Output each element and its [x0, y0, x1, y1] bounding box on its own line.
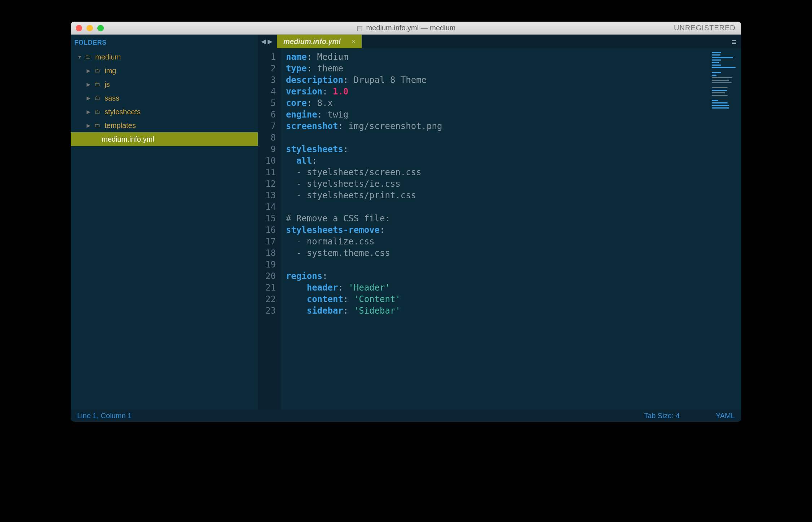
folder-icon: 🗀 [94, 81, 102, 88]
code-line [286, 132, 709, 143]
titlebar: ▤ medium.info.yml — medium UNREGISTERED [71, 22, 741, 35]
tab-bar: ◀ ▶ medium.info.yml × ≡ [258, 35, 741, 48]
line-number: 11 [265, 167, 276, 178]
line-gutter: 1234567891011121314151617181920212223 [258, 48, 281, 410]
close-icon[interactable]: × [352, 38, 356, 45]
line-number: 23 [265, 305, 276, 317]
window-title-text: medium.info.yml — medium [366, 24, 456, 32]
line-number: 10 [265, 155, 276, 167]
folder-icon: 🗀 [94, 95, 102, 101]
line-number: 5 [265, 97, 276, 109]
line-number: 1 [265, 51, 276, 63]
tree-label: js [105, 80, 110, 89]
code-line: header: 'Header' [286, 282, 709, 293]
code-line: regions: [286, 270, 709, 282]
code-line: sidebar: 'Sidebar' [286, 305, 709, 317]
code-line: - styelsheets/ie.css [286, 178, 709, 190]
code-line [286, 259, 709, 270]
chevron-right-icon: ▶ [87, 109, 92, 115]
chevron-right-icon: ▶ [87, 95, 92, 101]
line-number: 19 [265, 259, 276, 270]
folder-tree: ▼ 🗀 medium ▶🗀img▶🗀js▶🗀sass▶🗀stylesheets▶… [71, 50, 258, 146]
tree-file-selected[interactable]: medium.info.yml [71, 132, 258, 146]
tree-label: templates [105, 121, 136, 130]
tree-folder[interactable]: ▶🗀stylesheets [71, 105, 258, 119]
code-line: - styelsheets/screen.css [286, 167, 709, 178]
tab-size-indicator[interactable]: Tab Size: 4 [644, 412, 680, 420]
chevron-right-icon: ▶ [87, 81, 92, 87]
line-number: 17 [265, 236, 276, 247]
status-bar: Line 1, Column 1 Tab Size: 4 YAML [71, 410, 741, 422]
line-number: 12 [265, 178, 276, 190]
code-line: stylesheets-remove: [286, 224, 709, 236]
zoom-window-button[interactable] [97, 25, 104, 31]
tree-folder[interactable]: ▶🗀js [71, 78, 258, 91]
unregistered-label: UNREGISTERED [674, 24, 736, 32]
line-number: 16 [265, 224, 276, 236]
tree-label: medium [95, 53, 121, 61]
line-number: 13 [265, 190, 276, 201]
line-number: 14 [265, 201, 276, 213]
tab-label: medium.info.yml [283, 37, 341, 46]
folders-header: FOLDERS [71, 35, 258, 50]
syntax-indicator[interactable]: YAML [716, 412, 735, 420]
window-controls [76, 25, 104, 31]
line-number: 2 [265, 63, 276, 74]
minimize-window-button[interactable] [87, 25, 93, 31]
tab-history-nav: ◀ ▶ [258, 35, 277, 48]
line-number: 20 [265, 270, 276, 282]
folder-icon: 🗀 [94, 67, 102, 74]
editor-area[interactable]: 1234567891011121314151617181920212223 na… [258, 48, 741, 410]
line-number: 3 [265, 74, 276, 86]
tree-folder[interactable]: ▶🗀img [71, 64, 258, 78]
code-content[interactable]: name: Mediumtype: themedescription: Drup… [281, 48, 709, 410]
code-line: core: 8.x [286, 97, 709, 109]
code-line: stylesheets: [286, 143, 709, 155]
line-number: 9 [265, 143, 276, 155]
line-number: 18 [265, 247, 276, 259]
line-number: 8 [265, 132, 276, 143]
menu-icon[interactable]: ≡ [732, 37, 736, 47]
tree-label: medium.info.yml [102, 135, 154, 143]
code-line: # Remove a CSS file: [286, 213, 709, 224]
sidebar: FOLDERS ▼ 🗀 medium ▶🗀img▶🗀js▶🗀sass▶🗀styl… [71, 35, 258, 410]
line-number: 4 [265, 86, 276, 97]
folder-icon: 🗀 [94, 109, 102, 115]
tree-label: stylesheets [105, 108, 141, 116]
tree-label: img [105, 67, 116, 75]
document-icon: ▤ [357, 24, 363, 32]
code-line: screenshot: img/screenshot.png [286, 120, 709, 132]
code-line: - styelsheets/print.css [286, 190, 709, 201]
code-line: version: 1.0 [286, 86, 709, 97]
nav-back-icon[interactable]: ◀ [261, 37, 266, 45]
tree-folder-root[interactable]: ▼ 🗀 medium [71, 50, 258, 64]
cursor-position[interactable]: Line 1, Column 1 [77, 412, 132, 420]
chevron-right-icon: ▶ [87, 123, 92, 128]
code-line: all: [286, 155, 709, 167]
editor-column: ◀ ▶ medium.info.yml × ≡ 1234567891011121… [258, 35, 741, 410]
line-number: 15 [265, 213, 276, 224]
minimap[interactable] [709, 48, 741, 410]
code-line: - system.theme.css [286, 247, 709, 259]
window-body: FOLDERS ▼ 🗀 medium ▶🗀img▶🗀js▶🗀sass▶🗀styl… [71, 35, 741, 410]
tree-label: sass [105, 94, 119, 102]
line-number: 22 [265, 293, 276, 305]
code-line: content: 'Content' [286, 293, 709, 305]
tree-folder[interactable]: ▶🗀sass [71, 91, 258, 105]
tree-folder[interactable]: ▶🗀templates [71, 119, 258, 132]
line-number: 7 [265, 120, 276, 132]
line-number: 21 [265, 282, 276, 293]
code-line: engine: twig [286, 109, 709, 120]
close-window-button[interactable] [76, 25, 82, 31]
chevron-down-icon: ▼ [77, 54, 82, 60]
code-line: description: Drupal 8 Theme [286, 74, 709, 86]
code-line: name: Medium [286, 51, 709, 63]
line-number: 6 [265, 109, 276, 120]
code-line: - normalize.css [286, 236, 709, 247]
nav-forward-icon[interactable]: ▶ [268, 37, 273, 45]
window-title: ▤ medium.info.yml — medium [357, 24, 456, 32]
tab-active[interactable]: medium.info.yml × [277, 35, 362, 48]
code-line [286, 201, 709, 213]
chevron-right-icon: ▶ [87, 68, 92, 74]
code-line: type: theme [286, 63, 709, 74]
